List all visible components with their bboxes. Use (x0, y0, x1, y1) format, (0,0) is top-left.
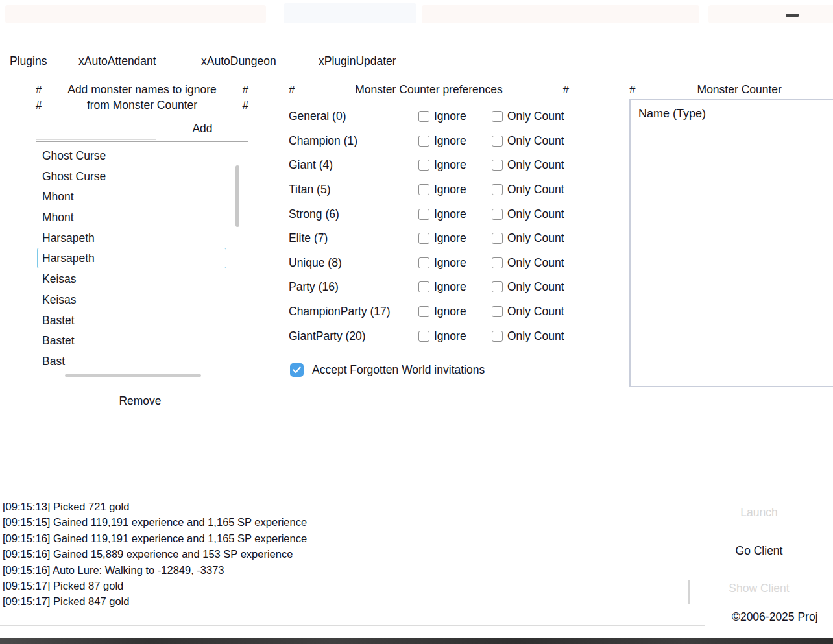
ignore-panel-header-line2: # from Monster Counter # (36, 99, 248, 112)
preference-row: General (0) Ignore Only Count (289, 104, 579, 129)
only-count-checkbox-label: Only Count (507, 158, 564, 172)
ignore-checkbox-label: Ignore (434, 305, 466, 318)
hash-mark: # (243, 99, 248, 112)
only-count-checkbox[interactable] (492, 184, 503, 195)
list-item[interactable]: Ghost Curse (37, 145, 226, 166)
hash-mark: # (36, 84, 42, 97)
only-count-checkbox-group: Only Count (492, 158, 579, 172)
list-item[interactable]: Ghost Curse (37, 166, 226, 187)
only-count-checkbox-label: Only Count (507, 280, 564, 294)
only-count-checkbox[interactable] (492, 281, 503, 292)
only-count-checkbox-group: Only Count (492, 280, 579, 294)
ignore-checkbox-group: Ignore (418, 134, 492, 148)
ignore-checkbox[interactable] (418, 233, 429, 244)
minimize-icon[interactable] (786, 14, 799, 17)
show-client-button[interactable]: Show Client (717, 582, 801, 595)
log-line: [09:15:17] Picked 847 gold (3, 593, 651, 609)
ignore-checkbox-group: Ignore (418, 256, 492, 270)
hash-mark: # (243, 84, 248, 97)
ignore-list[interactable]: Ghost CurseGhost CurseMhontMhontHarsapet… (36, 141, 248, 387)
list-item[interactable]: Keisas (37, 268, 226, 289)
ignore-checkbox-label: Ignore (434, 183, 466, 197)
preferences-panel-header: # Monster Counter preferences # (289, 83, 569, 97)
ignore-checkbox-label: Ignore (434, 280, 466, 294)
only-count-checkbox[interactable] (492, 306, 503, 317)
log-output[interactable]: [09:15:13] Picked 721 gold[09:15:15] Gai… (3, 499, 651, 610)
monster-counter-table[interactable]: Name (Type) (629, 99, 833, 387)
ignore-checkbox[interactable] (418, 306, 429, 317)
tab-xautoattendant[interactable]: xAutoAttendant (78, 54, 156, 68)
ignore-checkbox-group: Ignore (418, 280, 492, 294)
copyright-text: ©2006-2025 Proj (732, 610, 818, 624)
only-count-checkbox-group: Only Count (492, 329, 579, 343)
horizontal-scrollbar-thumb[interactable] (65, 374, 201, 377)
only-count-checkbox[interactable] (492, 257, 503, 268)
remove-button[interactable]: Remove (101, 394, 179, 408)
only-count-checkbox[interactable] (492, 233, 503, 244)
only-count-checkbox[interactable] (492, 111, 503, 122)
ignore-checkbox-label: Ignore (434, 208, 466, 221)
ignore-panel-title: Add monster names to ignore (42, 83, 242, 97)
scrollbar-remnant (688, 580, 690, 604)
list-item[interactable]: Bastet (37, 330, 226, 351)
only-count-checkbox-label: Only Count (507, 208, 564, 221)
preference-row-label: Unique (8) (289, 256, 418, 270)
ignore-checkbox-group: Ignore (418, 305, 492, 318)
ignore-checkbox-group: Ignore (418, 110, 492, 123)
tab-xpluginupdater[interactable]: xPluginUpdater (319, 54, 396, 68)
ignore-checkbox[interactable] (418, 281, 429, 292)
ignore-checkbox[interactable] (418, 209, 429, 220)
tab-xautodungeon[interactable]: xAutoDungeon (201, 54, 276, 68)
ignore-checkbox[interactable] (418, 111, 429, 122)
only-count-checkbox[interactable] (492, 160, 503, 171)
ignore-checkbox-group: Ignore (418, 208, 492, 221)
ignore-checkbox-label: Ignore (434, 158, 466, 172)
monster-name-input[interactable] (36, 126, 156, 140)
hash-mark: # (289, 84, 295, 97)
accept-invitations-checkbox[interactable] (290, 363, 304, 377)
list-item[interactable]: Keisas (37, 289, 226, 310)
preference-row: Elite (7) Ignore Only Count (289, 226, 579, 251)
ignore-checkbox-group: Ignore (418, 183, 492, 197)
list-item[interactable]: Mhont (37, 186, 226, 207)
preference-row: GiantParty (20) Ignore Only Count (289, 324, 579, 348)
go-client-button[interactable]: Go Client (717, 544, 801, 558)
ignore-checkbox[interactable] (418, 184, 429, 195)
ignore-checkbox[interactable] (418, 331, 429, 342)
counter-panel-header: # Monster Counter (629, 83, 833, 97)
ignore-checkbox-label: Ignore (434, 232, 466, 245)
ignore-checkbox[interactable] (418, 136, 429, 147)
launch-button[interactable]: Launch (717, 506, 801, 519)
only-count-checkbox[interactable] (492, 209, 503, 220)
list-item[interactable]: Harsapeth (37, 228, 226, 248)
only-count-checkbox-group: Only Count (492, 110, 579, 123)
log-line: [09:15:16] Auto Lure: Walking to -12849,… (3, 562, 651, 578)
only-count-checkbox-label: Only Count (507, 256, 564, 270)
list-item[interactable]: Mhont (37, 207, 226, 228)
list-item[interactable]: Bastet (37, 310, 226, 331)
only-count-checkbox-group: Only Count (492, 134, 579, 148)
ignore-checkbox[interactable] (418, 160, 429, 171)
only-count-checkbox-label: Only Count (507, 329, 564, 343)
add-button[interactable]: Add (170, 122, 235, 136)
log-line: [09:15:16] Gained 119,191 experience and… (3, 531, 651, 546)
preferences-rows: General (0) Ignore Only Count Champion (… (289, 104, 579, 348)
only-count-checkbox[interactable] (492, 136, 503, 147)
ignore-checkbox-label: Ignore (434, 329, 466, 343)
vertical-scrollbar-thumb[interactable] (235, 165, 239, 227)
ignore-checkbox-label: Ignore (434, 110, 466, 123)
accept-invitations-label: Accept Forgotten World invitations (312, 363, 485, 377)
ignore-checkbox[interactable] (418, 257, 429, 268)
ignore-list-items: Ghost CurseGhost CurseMhontMhontHarsapet… (36, 142, 248, 372)
only-count-checkbox[interactable] (492, 331, 503, 342)
tab-plugins[interactable]: Plugins (10, 54, 47, 68)
list-item[interactable]: Harsapeth (37, 248, 226, 268)
log-line: [09:15:16] Gained 15,889 experience and … (3, 546, 651, 562)
accept-invitations-row: Accept Forgotten World invitations (290, 363, 485, 377)
preference-row-label: GiantParty (20) (289, 329, 418, 343)
list-item[interactable]: Bast (37, 351, 226, 372)
preference-row-label: Giant (4) (289, 158, 418, 172)
hash-mark: # (36, 99, 42, 112)
preference-row: Champion (1) Ignore Only Count (289, 129, 579, 154)
hash-mark: # (563, 84, 569, 97)
